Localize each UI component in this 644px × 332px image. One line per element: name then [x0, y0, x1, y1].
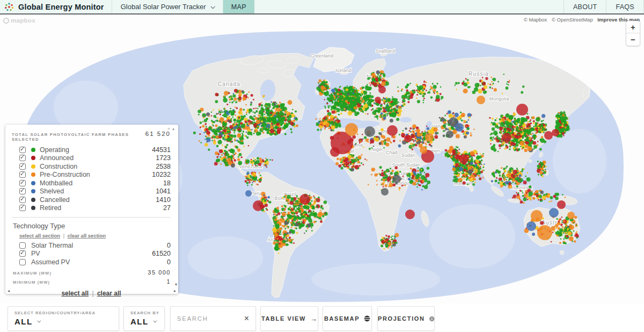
status-label: Announced	[40, 154, 156, 162]
zoom-out-button[interactable]: −	[626, 33, 640, 46]
region-dropdown-value: ALL	[14, 317, 33, 326]
clear-all-section-link[interactable]: clear all section	[68, 233, 106, 239]
tab-map[interactable]: MAP	[223, 0, 254, 13]
status-color-dot	[31, 156, 35, 160]
clear-all-link[interactable]: clear all	[97, 290, 121, 297]
gem-logo-icon	[4, 2, 14, 12]
clear-search-icon[interactable]: ×	[244, 314, 249, 323]
attribution-osm[interactable]: © OpenStreetMap	[552, 17, 593, 23]
attribution-mapbox[interactable]: © Mapbox	[524, 17, 547, 23]
svg-text:Chad: Chad	[386, 150, 398, 155]
projection-button[interactable]: PROJECTION	[377, 306, 435, 331]
technology-checkbox[interactable]	[19, 242, 26, 249]
status-row: Pre-Construction 10232	[12, 171, 171, 179]
status-count: 18	[163, 179, 171, 187]
panel-total-count: 61 520	[145, 131, 171, 137]
brand-title: Global Energy Monitor	[18, 3, 104, 11]
technology-row: PV 61520	[12, 250, 171, 258]
nav-about[interactable]: ABOUT	[564, 0, 606, 13]
minimum-mw-value[interactable]: 1	[166, 278, 171, 285]
panel-scroll-right-icon[interactable]: ▸	[174, 288, 176, 293]
mapbox-logo-icon	[3, 18, 9, 24]
zoom-in-button[interactable]: +	[626, 21, 640, 33]
status-row: Shelved 1041	[12, 187, 171, 196]
status-color-dot	[31, 172, 35, 177]
tracker-select[interactable]: Global Solar Power Tracker	[112, 0, 223, 13]
status-color-dot	[31, 164, 35, 169]
search-input[interactable]	[177, 315, 240, 322]
technology-row: Solar Thermal 0	[12, 241, 171, 250]
status-color-dot	[31, 181, 35, 185]
header-spacer	[254, 0, 564, 13]
region-dropdown[interactable]: SELECT REGION/COUNTRY/AREA ALL	[8, 306, 119, 331]
status-checkbox[interactable]	[19, 197, 26, 203]
status-color-dot	[31, 148, 35, 152]
status-count: 1410	[156, 196, 171, 204]
search-by-dropdown[interactable]: SEARCH BY ALL	[123, 306, 165, 331]
status-row: Operating 44531	[12, 146, 171, 154]
technology-checkbox[interactable]	[19, 250, 26, 257]
svg-text:Niger: Niger	[371, 147, 383, 152]
mapbox-logo-text: mapbox	[11, 17, 35, 24]
search-by-label: SEARCH BY	[130, 311, 158, 315]
basemap-button[interactable]: BASEMAP	[323, 306, 372, 331]
select-all-section-link[interactable]: select all section	[19, 233, 60, 239]
status-color-dot	[31, 198, 35, 202]
brand[interactable]: Global Energy Monitor	[0, 0, 112, 13]
mapbox-logo[interactable]: mapbox	[3, 17, 35, 24]
projection-label: PROJECTION	[378, 315, 425, 322]
status-checkbox[interactable]	[19, 205, 26, 211]
status-checkbox[interactable]	[19, 147, 26, 153]
status-color-dot	[31, 189, 35, 193]
status-count: 1041	[156, 187, 171, 195]
table-view-label: TABLE VIEW	[261, 315, 306, 322]
status-count: 2538	[156, 163, 171, 170]
status-label: Shelved	[40, 187, 156, 195]
status-color-dot	[31, 206, 35, 210]
maximum-mw-value[interactable]: 35 000	[148, 269, 171, 276]
status-checkbox[interactable]	[19, 188, 26, 194]
status-list: Operating 44531 Announced 1723 Construct…	[12, 146, 171, 212]
maximum-mw-label: MAXIMUM (MW)	[13, 271, 148, 276]
technology-count: 0	[167, 242, 171, 249]
arrow-right-icon: →	[310, 315, 317, 323]
chevron-down-icon	[37, 319, 41, 323]
table-view-button[interactable]: TABLE VIEW →	[260, 306, 318, 331]
status-row: Construction 2538	[12, 162, 171, 171]
technology-checkbox[interactable]	[19, 259, 26, 265]
technology-count: 0	[167, 258, 171, 266]
status-count: 44531	[152, 146, 171, 154]
panel-collapse-icon[interactable]: « ▴	[167, 126, 175, 131]
search-box: ×	[170, 306, 256, 331]
panel-bottom-links: select all | clear all	[12, 290, 171, 297]
status-row: Cancelled 1410	[12, 196, 171, 204]
svg-text:Sudan: Sudan	[401, 153, 415, 158]
filter-panel: « ▴ TOTAL SOLAR PHOTOVOLTAIC FARM PHASES…	[5, 125, 178, 294]
technology-label: Assumed PV	[31, 258, 167, 266]
nav-about-label: ABOUT	[573, 3, 597, 11]
map-attribution: © Mapbox © OpenStreetMap Improve this ma…	[521, 17, 640, 23]
technology-label: PV	[31, 250, 152, 257]
app-header: Global Energy Monitor Global Solar Power…	[0, 0, 644, 15]
panel-scroll-down-icon[interactable]: ▾	[175, 282, 177, 287]
status-count: 10232	[152, 171, 171, 178]
status-label: Pre-Construction	[40, 171, 152, 178]
status-checkbox[interactable]	[19, 171, 26, 178]
chevron-down-icon	[153, 319, 157, 323]
technology-count: 61520	[152, 250, 171, 257]
technology-list: Solar Thermal 0 PV 61520 Assumed PV 0	[12, 241, 171, 266]
status-checkbox[interactable]	[19, 155, 26, 161]
status-row: Announced 1723	[12, 154, 171, 163]
minimum-mw-label: MINIMUM (MW)	[13, 280, 166, 285]
status-checkbox[interactable]	[19, 163, 26, 170]
select-all-link[interactable]: select all	[61, 290, 89, 297]
nav-faqs[interactable]: FAQS	[606, 0, 644, 13]
svg-text:Iceland: Iceland	[335, 68, 352, 73]
projection-globe-icon	[429, 315, 434, 322]
search-by-value: ALL	[130, 317, 149, 326]
panel-scroll-left-icon[interactable]: ◂	[8, 288, 10, 293]
svg-text:Svalbard: Svalbard	[376, 48, 395, 54]
svg-text:Greenland: Greenland	[311, 53, 333, 59]
status-checkbox[interactable]	[19, 180, 26, 186]
svg-text:Russia: Russia	[469, 71, 489, 77]
